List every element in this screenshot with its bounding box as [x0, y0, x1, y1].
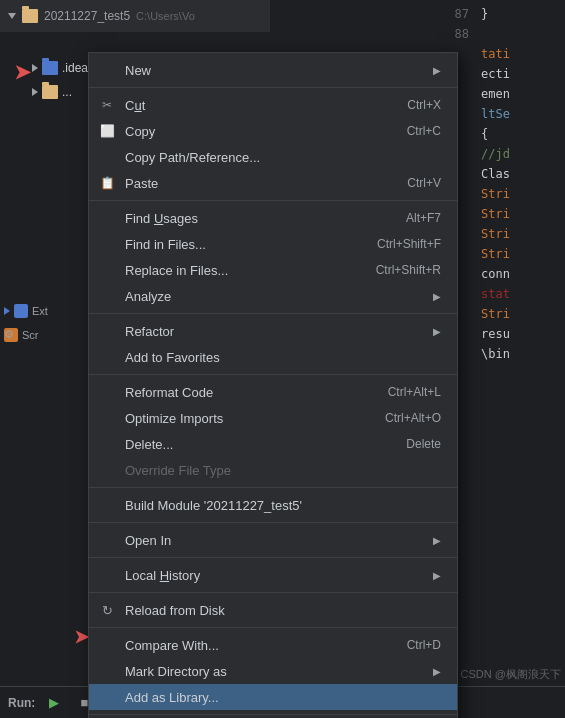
- run-button[interactable]: ▶: [43, 692, 65, 714]
- menu-find-usages-label: Find Usages: [125, 211, 198, 226]
- annotation-arrow-1: ➤: [14, 60, 31, 84]
- scr-label: Scr: [22, 329, 39, 341]
- project-path: C:\Users\Vo: [136, 10, 195, 22]
- code-line-tati: tati: [475, 44, 565, 64]
- ext-item[interactable]: Ext: [4, 304, 80, 318]
- menu-override-file-type-label: Override File Type: [125, 463, 231, 478]
- code-line-stat: stat: [475, 284, 565, 304]
- ext-icon: [14, 304, 28, 318]
- line-num-88: 88: [447, 24, 477, 44]
- menu-item-add-as-library[interactable]: Add as Library...: [89, 684, 457, 710]
- code-line-brace: {: [475, 124, 565, 144]
- menu-sep-8: [89, 592, 457, 593]
- menu-item-new[interactable]: New: [89, 57, 457, 83]
- ext-label: Ext: [32, 305, 48, 317]
- annotation-arrow-2: ➤: [74, 626, 89, 648]
- menu-item-compare-with[interactable]: Compare With... Ctrl+D: [89, 632, 457, 658]
- code-line-stri4: Stri: [475, 244, 565, 264]
- menu-copy-shortcut: Ctrl+C: [407, 124, 441, 138]
- menu-add-to-favorites-label: Add to Favorites: [125, 350, 220, 365]
- csdn-watermark: CSDN @枫阁浪天下: [461, 667, 561, 682]
- idea-expand-arrow[interactable]: [32, 64, 38, 72]
- menu-item-mark-directory[interactable]: Mark Directory as: [89, 658, 457, 684]
- code-line-ltse: ltSe: [475, 104, 565, 124]
- tree-expand-arrow[interactable]: [8, 13, 16, 19]
- idea-folder-icon: [42, 61, 58, 75]
- run-label: Run:: [8, 696, 35, 710]
- ellipsis-folder-label: ...: [62, 85, 72, 99]
- ext-expand-arrow[interactable]: [4, 307, 10, 315]
- menu-paste-label: Paste: [125, 176, 158, 191]
- menu-item-delete[interactable]: Delete... Delete: [89, 431, 457, 457]
- menu-reformat-code-shortcut: Ctrl+Alt+L: [388, 385, 441, 399]
- menu-find-in-files-label: Find in Files...: [125, 237, 206, 252]
- menu-local-history-label: Local History: [125, 568, 200, 583]
- menu-sep-4: [89, 374, 457, 375]
- menu-item-build-module[interactable]: Build Module '20211227_test5': [89, 492, 457, 518]
- menu-item-open-in[interactable]: Open In: [89, 527, 457, 553]
- menu-delete-label: Delete...: [125, 437, 173, 452]
- scr-item[interactable]: ⚙ Scr: [4, 328, 80, 342]
- menu-open-in-label: Open In: [125, 533, 171, 548]
- idea-folder-label: .idea: [62, 61, 88, 75]
- menu-sep-6: [89, 522, 457, 523]
- project-title: 20211227_test5: [44, 9, 130, 23]
- menu-mark-directory-label: Mark Directory as: [125, 664, 227, 679]
- menu-sep-2: [89, 200, 457, 201]
- context-menu: New ✂ Cut Ctrl+X ⬜ Copy Ctrl+C Copy Path…: [88, 52, 458, 718]
- menu-sep-5: [89, 487, 457, 488]
- menu-item-replace-in-files[interactable]: Replace in Files... Ctrl+Shift+R: [89, 257, 457, 283]
- menu-item-paste[interactable]: 📋 Paste Ctrl+V: [89, 170, 457, 196]
- menu-find-in-files-shortcut: Ctrl+Shift+F: [377, 237, 441, 251]
- menu-copy-path-label: Copy Path/Reference...: [125, 150, 260, 165]
- code-line-emen: emen: [475, 84, 565, 104]
- code-line-jd: //jd: [475, 144, 565, 164]
- menu-item-find-in-files[interactable]: Find in Files... Ctrl+Shift+F: [89, 231, 457, 257]
- menu-build-module-label: Build Module '20211227_test5': [125, 498, 302, 513]
- menu-item-optimize-imports[interactable]: Optimize Imports Ctrl+Alt+O: [89, 405, 457, 431]
- menu-sep-9: [89, 627, 457, 628]
- menu-optimize-imports-label: Optimize Imports: [125, 411, 223, 426]
- menu-item-cut[interactable]: ✂ Cut Ctrl+X: [89, 92, 457, 118]
- menu-sep-7: [89, 557, 457, 558]
- menu-analyze-label: Analyze: [125, 289, 171, 304]
- code-line-ecti: ecti: [475, 64, 565, 84]
- menu-delete-shortcut: Delete: [406, 437, 441, 451]
- menu-item-refactor[interactable]: Refactor: [89, 318, 457, 344]
- ellipsis-folder-icon: [42, 85, 58, 99]
- code-line-resu: resu: [475, 324, 565, 344]
- menu-item-copy-path[interactable]: Copy Path/Reference...: [89, 144, 457, 170]
- menu-reformat-code-label: Reformat Code: [125, 385, 213, 400]
- menu-item-analyze[interactable]: Analyze: [89, 283, 457, 309]
- menu-item-add-to-favorites[interactable]: Add to Favorites: [89, 344, 457, 370]
- menu-sep-10: [89, 714, 457, 715]
- code-background: } tati ecti emen ltSe { //jd Clas Stri S…: [475, 0, 565, 718]
- menu-optimize-imports-shortcut: Ctrl+Alt+O: [385, 411, 441, 425]
- menu-sep-3: [89, 313, 457, 314]
- code-line-stri3: Stri: [475, 224, 565, 244]
- menu-paste-shortcut: Ctrl+V: [407, 176, 441, 190]
- menu-item-local-history[interactable]: Local History: [89, 562, 457, 588]
- paste-icon: 📋: [99, 175, 115, 191]
- menu-new-label: New: [125, 63, 151, 78]
- menu-compare-with-label: Compare With...: [125, 638, 219, 653]
- menu-cut-label: Cut: [125, 98, 145, 113]
- project-tree-header: 20211227_test5 C:\Users\Vo: [0, 0, 270, 32]
- code-line-stri2: Stri: [475, 204, 565, 224]
- menu-item-find-usages[interactable]: Find Usages Alt+F7: [89, 205, 457, 231]
- line-num-87: 87: [447, 4, 477, 24]
- menu-item-reformat-code[interactable]: Reformat Code Ctrl+Alt+L: [89, 379, 457, 405]
- code-line-stri1: Stri: [475, 184, 565, 204]
- menu-replace-in-files-shortcut: Ctrl+Shift+R: [376, 263, 441, 277]
- project-folder-icon: [22, 9, 38, 23]
- scr-icon: ⚙: [4, 328, 18, 342]
- code-line-88: [475, 24, 565, 44]
- ellipsis-expand-arrow[interactable]: [32, 88, 38, 96]
- menu-item-reload-from-disk[interactable]: ↻ Reload from Disk: [89, 597, 457, 623]
- menu-item-copy[interactable]: ⬜ Copy Ctrl+C: [89, 118, 457, 144]
- copy-icon: ⬜: [99, 123, 115, 139]
- menu-compare-with-shortcut: Ctrl+D: [407, 638, 441, 652]
- menu-copy-label: Copy: [125, 124, 155, 139]
- code-line-conn: conn: [475, 264, 565, 284]
- code-line-stri5: Stri: [475, 304, 565, 324]
